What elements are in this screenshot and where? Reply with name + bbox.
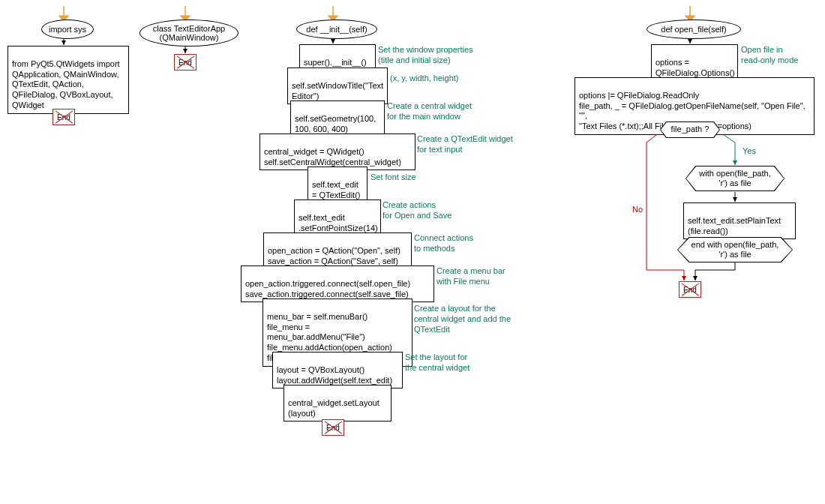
col4-cond: file_path ? [661,122,719,137]
no-label: No [632,205,643,214]
label: End [326,424,340,432]
label: self.text_edit .setFontPointSize(14) [298,213,378,232]
col2-start: class TextEditorApp (QMainWindow) [140,20,238,46]
col3-end: End [322,419,344,436]
label: self.setWindowTitle("Text Editor") [292,81,383,100]
label: End [683,286,697,294]
col1-start: import sys [41,20,94,39]
col3-c9: Create a layout for the central widget a… [414,304,511,334]
col3-b2: self.setWindowTitle("Text Editor") [287,68,388,104]
col3-c3: Create a central widget for the main win… [387,101,472,122]
col3-c6: Create actions for Open and Save [382,200,452,221]
col3-c1: Set the window properties (title and ini… [378,45,473,66]
col4-b3: with open(file_path, 'r') as file [686,166,784,190]
label: open_action.triggered.connect(self.open_… [245,279,410,298]
label: def __init__(self) [306,25,367,34]
label: End [178,58,192,67]
col4-end: End [679,281,701,298]
col4-b1: options = QFileDialog.Options() [651,44,738,81]
col4-c1: Open file in read-only mode [741,45,798,66]
label: options = QFileDialog.Options() [656,58,735,77]
col3-b7: open_action = QAction("Open", self) save… [263,232,412,269]
col3-b3: self.setGeometry(100, 100, 600, 400) [290,100,385,137]
label: open_action = QAction("Open", self) save… [268,246,400,266]
col1-end: End [52,109,75,125]
col3-b5: self.text_edit = QTextEdit() [308,166,368,203]
col3-c8: Create a menu bar with File menu [436,266,506,287]
col3-c5: Set font size [370,172,416,183]
label: End [57,113,70,122]
label: end with open(file_path, 'r') as file [692,240,779,260]
label: self.setGeometry(100, 100, 600, 400) [295,114,376,134]
col3-b11: central_widget.setLayout (layout) [284,385,392,422]
col3-b10: layout = QVBoxLayout() layout.addWidget(… [272,352,403,388]
label: import sys [49,25,86,34]
col3-c10: Set the layout for the central widget [405,352,470,374]
col3-c7: Connect actions to methods [414,233,473,254]
col3-b8: open_action.triggered.connect(self.open_… [241,266,434,302]
label: self.text_edit = QTextEdit() [312,180,361,200]
col4-b5: end with open(file_path, 'r') as file [678,238,792,262]
col2-end: End [174,54,196,70]
label: class TextEditorApp (QMainWindow) [143,24,235,42]
label: layout = QVBoxLayout() layout.addWidget(… [277,365,392,385]
label: self.text_edit.setPlainText (file.read()… [688,216,781,236]
label: def open_file(self) [661,25,726,34]
col3-c2: (x, y, width, height) [390,74,459,84]
col3-b4: central_widget = QWidget() self.setCentr… [260,134,416,170]
label: central_widget.setLayout (layout) [288,398,380,418]
col3-c4: Create a QTextEdit widget for text input [417,134,513,155]
col1-box1: from PyQt5.QtWidgets import QApplication… [8,46,129,114]
col3-start: def __init__(self) [296,20,377,39]
col3-b6: self.text_edit .setFontPointSize(14) [294,200,381,236]
label: with open(file_path, 'r') as file [699,169,770,188]
label: file_path ? [671,124,710,134]
label: from PyQt5.QtWidgets import QApplication… [12,59,120,110]
label: central_widget = QWidget() self.setCentr… [264,147,401,166]
label: super().__init__() [304,58,367,67]
yes-label: Yes [742,146,756,155]
col4-b4: self.text_edit.setPlainText (file.read()… [683,202,796,239]
col4-start: def open_file(self) [646,20,741,39]
